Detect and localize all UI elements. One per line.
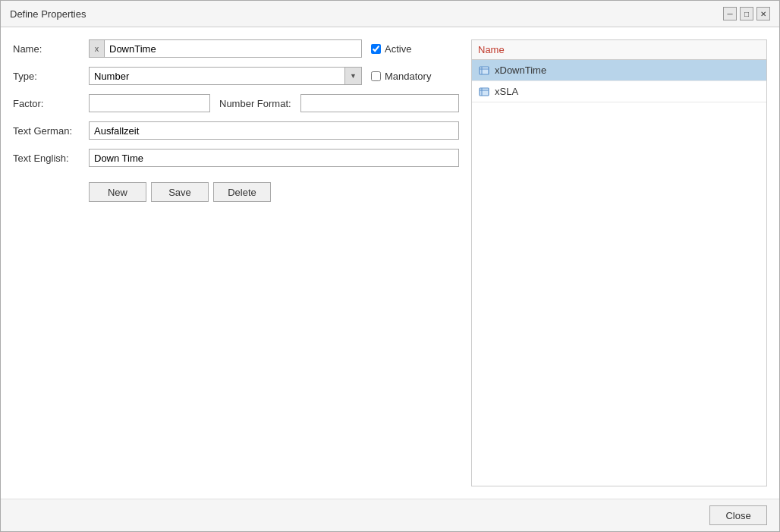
text-german-row: Text German: <box>13 121 459 140</box>
text-english-row: Text English: <box>13 149 459 167</box>
row-icon-xSLA <box>478 86 490 98</box>
grid-cell-text-xSLA: xSLA <box>495 86 518 97</box>
right-panel: Name xDownTime <box>471 39 767 486</box>
text-german-input[interactable] <box>89 121 459 140</box>
type-row: Type: Number Text Date Boolean ▼ Mandat <box>13 67 459 85</box>
new-button[interactable]: New <box>89 182 146 202</box>
row-icon-xDownTime <box>478 65 490 77</box>
dialog-body: Name: x Active Type: <box>1 27 779 499</box>
text-german-label: Text German: <box>13 125 89 137</box>
grid-cell-xDownTime: xDownTime <box>472 62 766 79</box>
grid-cell-text-xDownTime: xDownTime <box>495 65 546 76</box>
number-format-label: Number Format: <box>219 98 291 109</box>
close-button[interactable]: Close <box>709 505 767 525</box>
name-row: Name: x Active <box>13 39 459 58</box>
name-controls: x Active <box>89 39 459 58</box>
active-checkbox-group: Active <box>371 43 411 55</box>
dialog-footer: Close <box>1 499 779 531</box>
left-panel: Name: x Active Type: <box>13 39 459 486</box>
mandatory-checkbox-group: Mandatory <box>371 71 431 82</box>
text-english-controls <box>89 149 459 167</box>
factor-input[interactable] <box>89 94 210 112</box>
type-select-wrapper: Number Text Date Boolean ▼ <box>89 67 362 85</box>
mandatory-checkbox[interactable] <box>371 71 381 81</box>
factor-label: Factor: <box>13 98 89 109</box>
factor-row: Factor: Number Format: <box>13 94 459 112</box>
grid-body: xDownTime xSLA <box>472 60 766 486</box>
delete-button[interactable]: Delete <box>213 182 271 202</box>
text-german-controls <box>89 121 459 140</box>
minimize-button[interactable]: ─ <box>723 7 737 20</box>
active-label: Active <box>385 43 411 55</box>
close-window-button[interactable]: ✕ <box>756 7 770 20</box>
svg-rect-0 <box>480 67 489 74</box>
type-select[interactable]: Number Text Date Boolean <box>89 67 362 85</box>
dialog-title: Define Properties <box>10 8 86 20</box>
svg-rect-3 <box>480 88 489 96</box>
name-label: Name: <box>13 43 89 55</box>
type-label: Type: <box>13 71 89 82</box>
title-bar-controls: ─ □ ✕ <box>723 7 770 20</box>
name-input[interactable] <box>105 42 361 56</box>
name-clear-button[interactable]: x <box>90 40 105 57</box>
active-checkbox[interactable] <box>371 44 381 54</box>
type-controls: Number Text Date Boolean ▼ Mandatory <box>89 67 459 85</box>
number-format-input[interactable] <box>300 94 459 112</box>
buttons-row: New Save Delete <box>89 182 459 202</box>
grid-column-name: Name <box>472 40 766 59</box>
text-english-label: Text English: <box>13 153 89 164</box>
mandatory-label: Mandatory <box>385 71 431 82</box>
save-button[interactable]: Save <box>151 182 209 202</box>
title-bar: Define Properties ─ □ ✕ <box>1 1 779 27</box>
grid-header: Name <box>472 40 766 60</box>
factor-controls: Number Format: <box>89 94 459 112</box>
grid-row[interactable]: xSLA <box>472 81 766 102</box>
grid-cell-xSLA: xSLA <box>472 83 766 100</box>
grid-row[interactable]: xDownTime <box>472 60 766 81</box>
define-properties-dialog: Define Properties ─ □ ✕ Name: x Activ <box>0 0 780 532</box>
restore-button[interactable]: □ <box>740 7 753 20</box>
text-english-input[interactable] <box>89 149 459 167</box>
name-input-wrapper: x <box>89 39 362 58</box>
